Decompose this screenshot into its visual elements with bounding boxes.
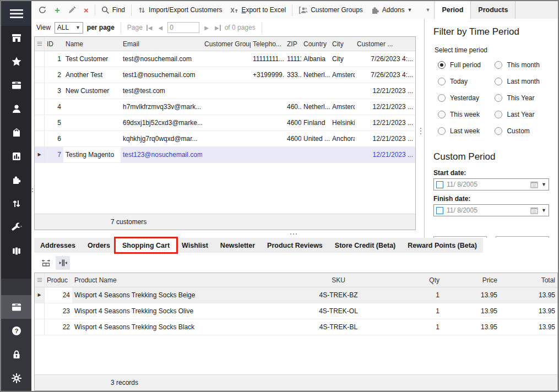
- column-header-price[interactable]: Price: [442, 276, 500, 284]
- grid-cell[interactable]: 13.95: [500, 303, 557, 319]
- grid-cell[interactable]: Amsterd...: [330, 67, 355, 83]
- grid-cell[interactable]: [330, 147, 355, 162]
- grid-cell[interactable]: [251, 147, 285, 162]
- row-indicator[interactable]: [35, 99, 45, 115]
- row-indicator-header[interactable]: [35, 273, 45, 287]
- grid-cell[interactable]: 2: [45, 67, 63, 83]
- grid-cell[interactable]: Netherl...: [301, 99, 330, 115]
- last-page-button[interactable]: ▶: [214, 25, 221, 31]
- grid-cell[interactable]: Amsterd...: [330, 99, 355, 115]
- grid-cell[interactable]: Testing Magento: [63, 147, 121, 162]
- grid-cell[interactable]: 22: [45, 319, 72, 335]
- row-indicator[interactable]: [35, 319, 45, 335]
- grid-cell[interactable]: 23: [45, 303, 72, 319]
- grid-cell[interactable]: 13.95: [500, 287, 557, 303]
- archive-box-icon-selected[interactable]: [1, 295, 31, 319]
- column-header-product-name[interactable]: Product Name: [72, 276, 287, 284]
- table-row[interactable]: 3New Customertest@test.com12/21/2023 ...: [35, 83, 415, 99]
- radio-yesterday[interactable]: Yesterday: [438, 94, 495, 102]
- finish-date-checkbox[interactable]: [436, 207, 443, 214]
- grid-cell[interactable]: [251, 99, 285, 115]
- grid-cell[interactable]: 6: [45, 131, 63, 146]
- tab-reward-points-beta[interactable]: Reward Points (Beta): [401, 238, 483, 253]
- grid-cell[interactable]: [285, 147, 301, 162]
- grid-cell[interactable]: [285, 83, 301, 99]
- tab-orders[interactable]: Orders: [82, 238, 116, 253]
- refresh-button[interactable]: [34, 3, 51, 17]
- grid-cell[interactable]: test@nosuchemail.com: [121, 51, 202, 67]
- grid-cell[interactable]: 333...: [285, 67, 301, 83]
- archive-box-icon[interactable]: [1, 73, 31, 97]
- grid-cell[interactable]: 13.95: [442, 303, 500, 319]
- addons-button[interactable]: Addons ▼: [367, 3, 416, 17]
- grid-cell[interactable]: +3199999...: [251, 67, 285, 83]
- column-header-name[interactable]: Name: [63, 40, 121, 48]
- tab-store-credit-beta[interactable]: Store Credit (Beta): [329, 238, 401, 253]
- grid-cell[interactable]: 12/21/2023 ...: [355, 131, 415, 146]
- grid-cell[interactable]: Wisport 4 Seasons Trekking Socks Beige: [72, 287, 287, 303]
- star-icon[interactable]: [1, 50, 31, 73]
- calendar-icon[interactable]: [530, 207, 538, 214]
- toolbar-overflow-button[interactable]: ▼: [421, 3, 434, 17]
- start-date-field[interactable]: 11/ 8/2005 ▼: [433, 178, 549, 190]
- grid-cell[interactable]: Finland: [301, 115, 330, 130]
- grid-cell[interactable]: 12/21/2023 ...: [355, 83, 415, 99]
- grid-cell[interactable]: 4: [45, 99, 63, 115]
- menu-icon[interactable]: [1, 1, 31, 26]
- grid-cell[interactable]: 4S-TREK-BZ: [287, 287, 389, 303]
- table-row[interactable]: 4h7mvlkfrzmvq33v@mark...460...Netherl...…: [35, 99, 415, 115]
- tab-wishlist[interactable]: Wishlist: [176, 238, 214, 253]
- grid-cell[interactable]: [63, 131, 121, 146]
- grid-cell[interactable]: New Customer: [63, 83, 121, 99]
- radio-this-week[interactable]: This week: [438, 111, 495, 118]
- grid-cell[interactable]: h7mvlkfrzmvq33v@mark...: [121, 99, 202, 115]
- import-export-button[interactable]: Import/Export Customers: [134, 3, 226, 17]
- column-header-zip[interactable]: ZIP: [285, 40, 301, 48]
- grid-cell[interactable]: 12/21/2023 ...: [355, 147, 415, 162]
- column-header-telepho[interactable]: Telepho...: [251, 40, 285, 48]
- find-button[interactable]: Find: [97, 3, 129, 17]
- page-number-input[interactable]: [167, 22, 199, 33]
- row-indicator[interactable]: [35, 67, 45, 83]
- grid-cell[interactable]: Test Customer: [63, 51, 121, 67]
- grid-cell[interactable]: 7: [45, 147, 63, 162]
- tab-products[interactable]: Products: [471, 1, 515, 19]
- grid-cell[interactable]: 4S-TREK-BL: [287, 319, 389, 335]
- radio-full-period[interactable]: Full period: [438, 61, 495, 69]
- row-indicator[interactable]: [35, 303, 45, 319]
- row-indicator[interactable]: [35, 131, 45, 146]
- grid-cell[interactable]: Helsinki: [330, 115, 355, 130]
- column-header-produc[interactable]: Produc: [45, 276, 72, 284]
- delete-button[interactable]: ×: [80, 3, 93, 17]
- radio-today[interactable]: Today: [438, 78, 495, 85]
- grid-cell[interactable]: 7/26/2023 4:...: [355, 67, 415, 83]
- person-icon[interactable]: [1, 97, 31, 121]
- start-date-checkbox[interactable]: [436, 181, 443, 188]
- horizontal-splitter[interactable]: [31, 230, 424, 238]
- grid-cell[interactable]: City: [330, 51, 355, 67]
- grid-cell[interactable]: [202, 115, 251, 130]
- grid-cell[interactable]: test1@nosuchemail.com: [121, 67, 202, 83]
- grid-cell[interactable]: Albania: [301, 51, 330, 67]
- radio-last-year[interactable]: Last Year: [495, 111, 549, 118]
- grid-cell[interactable]: 1: [389, 303, 442, 319]
- grid-cell[interactable]: 4S-TREK-OL: [287, 303, 389, 319]
- chevron-down-icon[interactable]: ▼: [541, 208, 546, 213]
- grid-cell[interactable]: test@test.com: [121, 83, 202, 99]
- bar-chart-icon[interactable]: [1, 144, 31, 168]
- column-header-sku[interactable]: SKU: [287, 276, 389, 284]
- radio-custom[interactable]: Custom: [495, 127, 549, 135]
- table-row[interactable]: 1Test Customertest@nosuchemail.com111111…: [35, 51, 415, 67]
- column-header-country[interactable]: Country: [301, 40, 330, 48]
- grid-cell[interactable]: [202, 67, 251, 83]
- grid-cell[interactable]: 46008: [285, 131, 301, 146]
- customer-groups-button[interactable]: Customer Groups: [295, 3, 367, 17]
- calendar-icon[interactable]: [530, 181, 538, 188]
- grid-cell[interactable]: [202, 147, 251, 162]
- grid-cell[interactable]: Anchora...: [330, 131, 355, 146]
- grid-cell[interactable]: 11111111...: [251, 51, 285, 67]
- resize-columns-button[interactable]: [39, 256, 53, 270]
- first-page-button[interactable]: ◀: [146, 25, 154, 31]
- grid-cell[interactable]: 12/21/2023 ...: [355, 115, 415, 130]
- grid-cell[interactable]: 24: [45, 287, 72, 303]
